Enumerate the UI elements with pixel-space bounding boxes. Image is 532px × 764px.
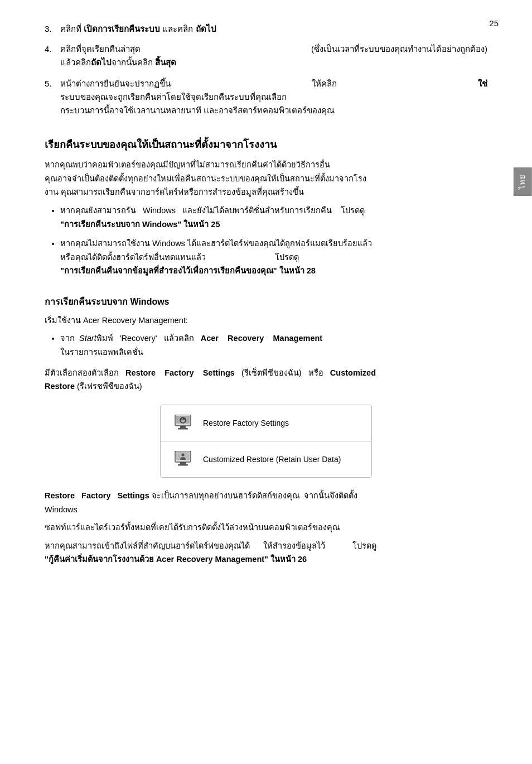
side-tab-language: ไทย (514, 167, 532, 196)
step-4-number: 4. (45, 42, 60, 56)
section2-intro: เริ่มใช้งาน Acer Recovery Management: (45, 314, 487, 328)
section2-bullet1: จาก Startพิมพ์ 'Recovery' แล้วคลิก Acer … (60, 331, 487, 359)
step-3-bold2: ถัดไป (196, 24, 216, 33)
restore-factory-text: Restore Factory Settings (125, 368, 235, 377)
step-5-col1: หน้าต่างการยืนยันจะปรากฏขึ้น (60, 77, 171, 90)
step-4-main: คลิกที่จุดเรียกคืนล่าสุด (60, 44, 141, 54)
step-4-right: (ซึ่งเป็นเวลาที่ระบบของคุณทำงานได้อย่างถ… (311, 42, 487, 56)
page-number: 25 (489, 17, 499, 30)
svg-rect-7 (180, 462, 186, 464)
svg-rect-8 (178, 464, 188, 466)
step-4-content: คลิกที่จุดเรียกคืนล่าสุด (ซึ่งเป็นเวลาที… (60, 42, 487, 56)
section2-software-line: ซอฟท์แวร์และไดร์เวอร์ทั้งหมดที่เคยได้รับ… (45, 521, 487, 535)
section1-bullets: หากคุณยังสามารถรัน Windows และยังไม่ได้ล… (60, 204, 487, 278)
section1-title: เรียกคืนระบบของคุณให้เป็นสถานะที่ตั้งมาจ… (45, 137, 487, 152)
restore-factory-option[interactable]: Restore Factory Settings (161, 405, 371, 441)
customized-restore-icon (172, 450, 194, 468)
footer-restore: Restore Factory Settings (45, 491, 149, 500)
customized-restore-text: Customized (330, 368, 376, 377)
step-5: 5. หน้าต่างการยืนยันจะปรากฏขึ้น ให้คลิก … (45, 77, 487, 117)
customized-restore-label: Customized Restore (Retain User Data) (203, 453, 341, 465)
step-3-content: คลิกที่ เปิดการเรียกคืนระบบ และคลิก ถัดไ… (60, 22, 487, 36)
svg-point-9 (182, 453, 185, 456)
svg-rect-2 (180, 426, 186, 428)
customized-restore-option[interactable]: Customized Restore (Retain User Data) (161, 441, 371, 477)
section2-options-text: มีตัวเลือกสองตัวเลือก Restore Factory Se… (45, 366, 487, 393)
step-4-bold2: สิ้นสุด (155, 57, 176, 67)
svg-rect-3 (178, 428, 188, 430)
step-3-number: 3. (45, 22, 60, 36)
recovery-options-box: Restore Factory Settings Customized Rest… (160, 405, 372, 478)
section1-bullet1-link: "การเรียกคืนระบบจาก Windows" ในหน้า 25 (60, 220, 220, 229)
windows-text-1: Windows (143, 206, 176, 215)
customized-icon-svg (172, 451, 194, 468)
step-3-bold1: เปิดการเรียกคืนระบบ (84, 24, 160, 33)
section2-file-link: "กู้คืนค่าเริ่มต้นจากโรงงานด้วย Acer Rec… (45, 555, 307, 564)
step-5-col3: ใช่ (478, 77, 487, 90)
step-4-bold1: ถัดไป (91, 57, 112, 67)
section1-bullet1: หากคุณยังสามารถรัน Windows และยังไม่ได้ล… (60, 204, 487, 231)
section2-bullets: จาก Startพิมพ์ 'Recovery' แล้วคลิก Acer … (60, 331, 487, 359)
step-5-detail1: ระบบของคุณจะถูกเรียกคืนค่าโดยใช้จุดเรียก… (60, 90, 487, 104)
svg-rect-1 (176, 416, 190, 424)
step-3: 3. คลิกที่ เปิดการเรียกคืนระบบ และคลิก ถ… (45, 22, 487, 36)
step-5-content: หน้าต่างการยืนยันจะปรากฏขึ้น ให้คลิก ใช่… (60, 77, 487, 117)
section1-bullet2-link: "การเรียกคืนคืนจากข้อมูลที่สำรองไว้เพื่อ… (60, 266, 316, 275)
customized-restore-text2: Restore (45, 382, 75, 391)
section2-file-line: หากคุณสามารถเข้าถึงไฟล์ที่สำคัญบนฮาร์ดได… (45, 539, 487, 566)
restore-factory-icon (172, 414, 194, 432)
step-5-detail2: กระบวนการนี้อาจใช้เวลานานหลายนาที และอาจ… (60, 104, 487, 117)
step-5-col2: ให้คลิก (312, 77, 337, 90)
section1-bullet2: หากคุณไม่สามารถใช้งาน Windows ได้และฮาร์… (60, 237, 487, 278)
step-5-number: 5. (45, 77, 60, 90)
section1-para: หากคุณพบว่าคอมพิวเตอร์ของคุณมีปัญหาที่ไม… (45, 158, 487, 199)
section2-title: การเรียกคืนระบบจาก Windows (45, 295, 487, 309)
section2-footer: Restore Factory Settings จะเป็นการลบทุกอ… (45, 489, 487, 516)
step-4-second-line: แล้วคลิกถัดไปจากนั้นคลิก สิ้นสุด (60, 56, 487, 69)
restore-icon-svg (172, 415, 194, 431)
restore-factory-label: Restore Factory Settings (203, 417, 289, 429)
acer-text: Acer Recovery Management (201, 334, 322, 343)
step-4: 4. คลิกที่จุดเรียกคืนล่าสุด (ซึ่งเป็นเวล… (45, 42, 487, 69)
start-text: Start (79, 334, 96, 343)
